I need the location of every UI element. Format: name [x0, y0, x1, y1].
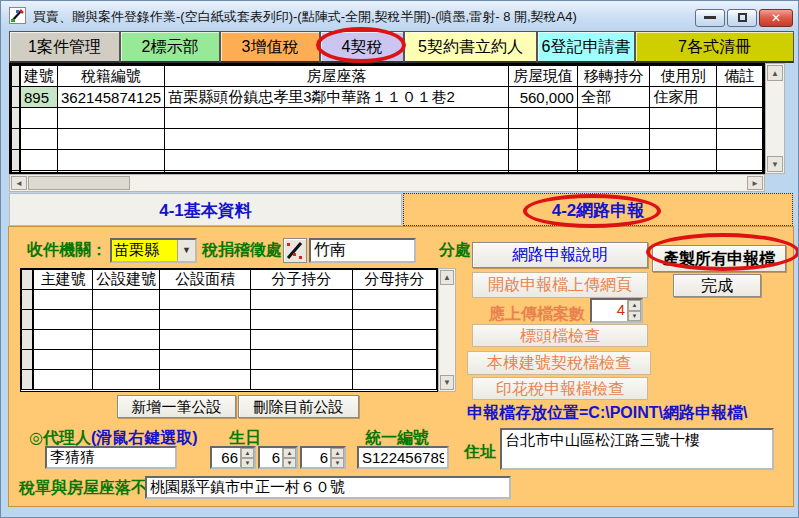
cell[interactable] [93, 370, 160, 390]
table-row[interactable] [12, 150, 763, 171]
row-selector[interactable] [12, 129, 21, 150]
cell[interactable] [93, 290, 160, 310]
cell[interactable] [716, 129, 762, 150]
cell[interactable] [716, 87, 762, 108]
tab-contract-parties[interactable]: 5契約書立約人 [404, 31, 537, 63]
cell[interactable] [577, 108, 650, 129]
cell[interactable] [508, 150, 577, 171]
cell[interactable] [650, 150, 717, 171]
table-row[interactable] [22, 350, 437, 370]
cell[interactable] [33, 370, 93, 390]
cell[interactable] [165, 108, 509, 129]
scroll-right-icon[interactable]: ► [747, 176, 763, 190]
receiving-agency-select[interactable]: 苗栗縣 ▼ [110, 238, 197, 263]
row-selector[interactable] [22, 370, 34, 390]
cell[interactable] [577, 129, 650, 150]
stepper-down-icon[interactable]: ▼ [331, 458, 344, 468]
address-textarea[interactable]: 台北市中山區松江路三號十樓 [500, 428, 774, 470]
cell[interactable] [577, 150, 650, 171]
close-button[interactable]: ✕ [759, 9, 793, 27]
scroll-left-icon[interactable]: ◄ [11, 176, 27, 190]
subtab-online-filing[interactable]: 4-2網路申報 [403, 193, 793, 226]
cell[interactable] [352, 330, 436, 350]
cell[interactable] [160, 290, 251, 310]
cell[interactable] [20, 129, 58, 150]
stepper-up-icon[interactable]: ▲ [331, 448, 344, 458]
scroll-down-icon[interactable]: ▼ [440, 375, 454, 390]
cell[interactable] [650, 129, 717, 150]
upload-count-stepper[interactable]: 4 ▲ ▼ [590, 298, 643, 323]
building-table-vscrollbar[interactable]: ▲ ▼ [765, 63, 785, 174]
row-selector[interactable] [12, 87, 21, 108]
generate-all-files-button[interactable]: 產製所有申報檔 [652, 245, 786, 272]
row-selector[interactable] [22, 310, 34, 330]
scroll-up-icon[interactable]: ▲ [440, 270, 454, 285]
cell[interactable] [33, 290, 93, 310]
subtab-basic-data[interactable]: 4-1基本資料 [9, 193, 402, 226]
stamp-tax-file-check-button[interactable]: 印花稅申報檔檢查 [472, 377, 648, 400]
cell[interactable] [250, 370, 352, 390]
table-row[interactable] [22, 310, 437, 330]
row-selector[interactable] [12, 150, 21, 171]
tab-marking[interactable]: 2標示部 [120, 31, 220, 63]
building-table-hscrollbar[interactable]: ◄ ► [9, 174, 765, 192]
table-row[interactable] [12, 129, 763, 150]
tab-case-management[interactable]: 1案件管理 [9, 31, 120, 63]
tab-registration-form[interactable]: 6登記申請書 [537, 31, 635, 63]
cell[interactable] [33, 310, 93, 330]
scroll-down-icon[interactable]: ▼ [767, 156, 783, 172]
facility-table-vscrollbar[interactable]: ▲ ▼ [438, 268, 456, 392]
table-row[interactable] [12, 108, 763, 129]
cell[interactable] [20, 108, 58, 129]
cell[interactable] [352, 370, 436, 390]
stepper-up-icon[interactable]: ▲ [283, 448, 296, 458]
cell[interactable] [93, 330, 160, 350]
tax-office-pick-button[interactable] [283, 238, 307, 263]
cell[interactable] [20, 150, 58, 171]
cell[interactable] [160, 370, 251, 390]
done-button[interactable]: 完成 [673, 274, 761, 297]
cell[interactable] [250, 330, 352, 350]
cell[interactable] [58, 108, 165, 129]
cell[interactable] [508, 129, 577, 150]
cell[interactable] [716, 108, 762, 129]
stepper-down-icon[interactable]: ▼ [628, 311, 641, 322]
table-row[interactable] [22, 370, 437, 390]
chevron-down-icon[interactable]: ▼ [177, 240, 195, 261]
row-selector[interactable] [12, 108, 21, 129]
birthday-day-stepper[interactable]: 6 ▲▼ [300, 446, 346, 469]
tab-various-lists[interactable]: 7各式清冊 [635, 31, 794, 63]
row-selector[interactable] [22, 330, 34, 350]
birthday-year-stepper[interactable]: 66 ▲▼ [210, 446, 256, 469]
cell[interactable] [165, 129, 509, 150]
id-number-input[interactable] [357, 446, 449, 469]
cell[interactable] [165, 150, 509, 171]
cell[interactable] [33, 330, 93, 350]
cell[interactable] [93, 310, 160, 330]
cell[interactable] [508, 108, 577, 129]
cell[interactable] [250, 350, 352, 370]
cell[interactable]: 住家用 [650, 87, 717, 108]
cell[interactable] [160, 330, 251, 350]
cell[interactable]: 全部 [577, 87, 650, 108]
birthday-month-stepper[interactable]: 6 ▲▼ [258, 446, 298, 469]
cell[interactable]: 560,000 [508, 87, 577, 108]
agent-name-input[interactable] [45, 446, 177, 469]
cell[interactable] [58, 150, 165, 171]
tab-deed-tax[interactable]: 4契稅 [320, 31, 404, 63]
table-row[interactable] [22, 330, 437, 350]
online-filing-help-button[interactable]: 網路申報說明 [472, 242, 648, 268]
scroll-up-icon[interactable]: ▲ [767, 65, 783, 81]
table-row[interactable]: 895362145874125苗栗縣頭份鎮忠孝里3鄰中華路１１０１巷2560,0… [12, 87, 763, 108]
cell[interactable] [160, 350, 251, 370]
tab-land-value-tax[interactable]: 3增值稅 [220, 31, 320, 63]
row-selector[interactable] [22, 290, 34, 310]
cell[interactable]: 苗栗縣頭份鎮忠孝里3鄰中華路１１０１巷2 [165, 87, 509, 108]
row-selector[interactable] [22, 350, 34, 370]
open-upload-page-button[interactable]: 開啟申報檔上傳網頁 [472, 272, 648, 298]
minimize-button[interactable] [695, 9, 725, 27]
hscroll-thumb[interactable] [28, 176, 130, 190]
cell[interactable] [352, 350, 436, 370]
cell[interactable]: 362145874125 [58, 87, 165, 108]
cell[interactable] [650, 108, 717, 129]
